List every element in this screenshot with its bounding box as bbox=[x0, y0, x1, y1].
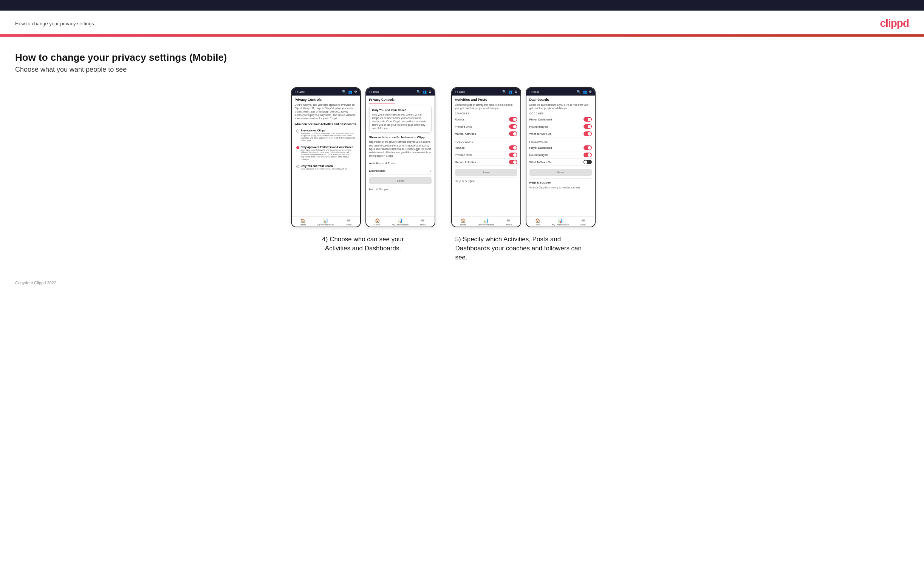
menu-icon2: ☰ bbox=[421, 218, 425, 223]
screen4-back[interactable]: ‹ < Back bbox=[530, 90, 539, 93]
coaches-player-dash-row: Player Dashboard bbox=[530, 116, 592, 123]
coaches-what-work-label: What To Work On bbox=[530, 132, 552, 135]
dashboards-label: Dashboards bbox=[369, 169, 386, 172]
settings-icon4[interactable]: ⚙ bbox=[589, 90, 592, 93]
chart-icon2: 📊 bbox=[397, 218, 403, 223]
caption-4: 4) Choose who can see your Activities an… bbox=[310, 235, 416, 253]
screen4-content: Dashboards Select the dashboards that yo… bbox=[527, 95, 595, 216]
screen4-save-btn[interactable]: Save bbox=[530, 169, 592, 176]
home-icon3: 🏠 bbox=[461, 218, 466, 223]
coaches-rounds-toggle[interactable] bbox=[509, 117, 517, 122]
screen4-tab-performance[interactable]: 📊 My Performance bbox=[549, 218, 572, 226]
screen2-mockup: ‹ < Back 🔍 👥 ⚙ Privacy Controls bbox=[365, 87, 435, 227]
radio-everyone-desc: Everyone on Clippd can search for you an… bbox=[301, 132, 355, 141]
radio-approved-desc: Only approved followers and coaches you … bbox=[301, 149, 355, 160]
tooltip-text: Only you and the coaches you connect wit… bbox=[372, 113, 428, 130]
followers-rounds-toggle[interactable] bbox=[509, 145, 517, 150]
screen3-tab-menu[interactable]: ☰ Menu bbox=[498, 218, 520, 226]
radio-everyone[interactable]: Everyone on Clippd Everyone on Clippd ca… bbox=[295, 127, 357, 143]
chevron-left-icon2: ‹ bbox=[369, 90, 370, 93]
screen1-who-label: Who Can See Your Activities and Dashboar… bbox=[295, 122, 357, 126]
coaches-drills-label: Practice Drills bbox=[455, 125, 472, 128]
chevron-left-icon3: ‹ bbox=[455, 90, 456, 93]
followers-round-insights-toggle[interactable] bbox=[583, 153, 592, 157]
followers-rounds-row: Rounds bbox=[455, 144, 517, 152]
radio-approved-label: Only Approved Followers and Your Coach bbox=[301, 146, 355, 148]
main-content: How to change your privacy settings (Mob… bbox=[0, 37, 924, 273]
search-icon2[interactable]: 🔍 bbox=[417, 90, 421, 93]
screen1-tab-menu[interactable]: ☰ Menu bbox=[337, 218, 360, 226]
people-icon2[interactable]: 👥 bbox=[423, 90, 426, 93]
screen2-bottom-bar: 🏠 Home 📊 My Performance ☰ Menu bbox=[366, 216, 435, 227]
screen4-help-title: Help & Support bbox=[530, 178, 592, 186]
header-breadcrumb: How to change your privacy settings bbox=[15, 21, 94, 26]
performance-label2: My Performance bbox=[392, 224, 409, 226]
people-icon4[interactable]: 👥 bbox=[583, 90, 587, 93]
screen1-bottom-bar: 🏠 Home 📊 My Performance ☰ Menu bbox=[292, 216, 360, 227]
performance-label4: My Performance bbox=[552, 224, 569, 226]
followers-what-work-toggle[interactable] bbox=[583, 160, 592, 164]
screen2-content: Privacy Controls Only You and Your Coach… bbox=[366, 95, 435, 216]
settings-icon[interactable]: ⚙ bbox=[354, 90, 357, 93]
screen1-tab-performance[interactable]: 📊 My Performance bbox=[314, 218, 337, 226]
search-icon[interactable]: 🔍 bbox=[342, 90, 346, 93]
coaches-drills-toggle[interactable] bbox=[509, 124, 517, 129]
radio-approved[interactable]: Only Approved Followers and Your Coach O… bbox=[295, 144, 357, 162]
menu-item-dashboards[interactable]: Dashboards › bbox=[369, 167, 431, 175]
menu-icon3: ☰ bbox=[507, 218, 510, 223]
people-icon3[interactable]: 👥 bbox=[508, 90, 512, 93]
settings-icon3[interactable]: ⚙ bbox=[514, 90, 517, 93]
search-icon4[interactable]: 🔍 bbox=[577, 90, 581, 93]
chart-icon4: 📊 bbox=[558, 218, 563, 223]
screen3-nav-icons: 🔍 👥 ⚙ bbox=[502, 90, 517, 93]
screen2-tooltip: Only You and Your Coach Only you and the… bbox=[369, 106, 431, 132]
followers-manual-toggle[interactable] bbox=[509, 160, 517, 164]
coaches-what-work-toggle[interactable] bbox=[583, 131, 592, 136]
menu-icon4: ☰ bbox=[581, 218, 585, 223]
screen2-tab-home[interactable]: 🏠 Home bbox=[366, 218, 389, 226]
logo: clippd bbox=[880, 18, 909, 29]
screen3-help: Help & Support bbox=[455, 177, 517, 184]
screen3-tab-home[interactable]: 🏠 Home bbox=[452, 218, 475, 226]
screen1-tab-home[interactable]: 🏠 Home bbox=[292, 218, 314, 226]
radio-only-you[interactable]: Only You and Your Coach Only you and the… bbox=[295, 163, 357, 172]
performance-label3: My Performance bbox=[478, 224, 494, 226]
screen3-mockup: ‹ < Back 🔍 👥 ⚙ Activities and Posts Sele… bbox=[451, 87, 521, 227]
followers-manual-label: Manual Activities bbox=[455, 161, 476, 164]
screen2-save-btn[interactable]: Save bbox=[369, 177, 431, 184]
radio-everyone-label: Everyone on Clippd bbox=[301, 129, 355, 132]
screen2-tab-performance[interactable]: 📊 My Performance bbox=[389, 218, 412, 226]
copyright: Copyright Clippd 2022 bbox=[15, 280, 56, 285]
people-icon[interactable]: 👥 bbox=[348, 90, 352, 93]
screen2-help: Help & Support bbox=[369, 186, 431, 193]
home-icon2: 🏠 bbox=[375, 218, 380, 223]
screen4-help-text: Visit our Clippd community to troublesho… bbox=[530, 186, 592, 189]
followers-what-work-label: What To Work On bbox=[530, 161, 552, 164]
screen3-save-btn[interactable]: Save bbox=[455, 169, 517, 176]
followers-player-dash-toggle[interactable] bbox=[583, 145, 592, 150]
radio-everyone-content: Everyone on Clippd Everyone on Clippd ca… bbox=[301, 129, 355, 141]
screen2-back[interactable]: ‹ < Back bbox=[369, 90, 379, 93]
screen1-back[interactable]: ‹ < Back bbox=[295, 90, 305, 93]
followers-drills-row: Practice Drills bbox=[455, 152, 517, 159]
screen4-bottom-bar: 🏠 Home 📊 My Performance ☰ Menu bbox=[527, 216, 595, 227]
coaches-player-dash-toggle[interactable] bbox=[583, 117, 592, 122]
screen2-tab[interactable]: Privacy Controls bbox=[369, 98, 395, 103]
screen3-back[interactable]: ‹ < Back bbox=[455, 90, 465, 93]
screen3-tab-performance[interactable]: 📊 My Performance bbox=[475, 218, 498, 226]
screen3-followers-label: FOLLOWERS bbox=[455, 140, 517, 143]
screen4-tab-menu[interactable]: ☰ Menu bbox=[572, 218, 594, 226]
followers-drills-toggle[interactable] bbox=[509, 153, 517, 157]
tooltip-title: Only You and Your Coach bbox=[372, 108, 428, 112]
home-label3: Home bbox=[460, 224, 466, 226]
search-icon3[interactable]: 🔍 bbox=[502, 90, 506, 93]
menu-label4: Menu bbox=[580, 224, 586, 226]
screen4-tab-home[interactable]: 🏠 Home bbox=[527, 218, 549, 226]
screen4-followers-label: FOLLOWERS bbox=[530, 140, 592, 143]
home-label2: Home bbox=[375, 224, 381, 226]
menu-item-activities[interactable]: Activities and Posts › bbox=[369, 160, 431, 167]
followers-round-insights-label: Round Insights bbox=[530, 153, 548, 157]
coaches-round-insights-toggle[interactable] bbox=[583, 124, 592, 129]
coaches-manual-toggle[interactable] bbox=[509, 131, 517, 136]
radio-only-you-content: Only You and Your Coach Only you and the… bbox=[301, 164, 347, 170]
